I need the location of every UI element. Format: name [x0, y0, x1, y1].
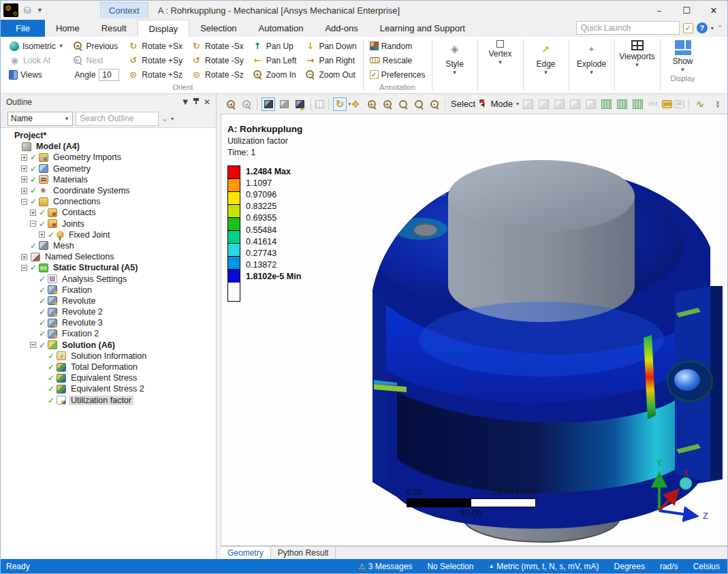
temperature-unit-status[interactable]: Celsius: [686, 562, 727, 571]
zoom-undo-icon[interactable]: ◂: [239, 97, 253, 111]
tree-item-analysis-settings[interactable]: ✓Analysis Settings: [1, 273, 216, 284]
tree-item-project[interactable]: Project*: [1, 130, 216, 141]
select-element-face-icon[interactable]: [615, 97, 629, 111]
tree-item-equivalent-stress-2[interactable]: ✓Equivalent Stress 2: [1, 383, 216, 394]
select-body-icon[interactable]: [584, 97, 597, 111]
tree-item-fixed-joint[interactable]: +✓Fixed Joint: [1, 229, 216, 240]
zoom-box-mode-icon[interactable]: +: [380, 97, 394, 111]
tree-item-revolute-3[interactable]: ✓Revolute 3: [1, 317, 216, 328]
name-filter-combo[interactable]: Name ▼: [7, 112, 73, 126]
zoom-fit-mode-icon[interactable]: [396, 97, 409, 111]
tab-automation[interactable]: Automation: [248, 20, 315, 37]
select-face-icon[interactable]: [568, 97, 582, 111]
expander-minus-icon[interactable]: −: [30, 221, 36, 227]
viewports-button[interactable]: Viewports▼: [618, 37, 657, 68]
feedback-icon[interactable]: ✓: [683, 23, 693, 33]
pan-up-button[interactable]: Pan Up: [249, 39, 300, 53]
mode-dropdown-icon[interactable]: ▾: [516, 101, 519, 107]
select-edge-icon[interactable]: [552, 97, 566, 111]
zoom-back-icon[interactable]: ◂: [223, 97, 237, 111]
outline-menu-dropdown-icon[interactable]: ▼: [179, 98, 191, 106]
save-icon[interactable]: ⛁: [24, 5, 31, 16]
angle-unit-status[interactable]: Degrees: [607, 562, 652, 571]
shaded-exterior-icon[interactable]: [262, 97, 275, 111]
vertex-button[interactable]: Vertex▼: [481, 37, 520, 65]
tab-file[interactable]: File: [1, 20, 45, 37]
tree-item-revolute[interactable]: ✓Revolute: [1, 296, 216, 306]
close-button[interactable]: ✕: [700, 1, 727, 20]
chevron-down-icon[interactable]: ▼: [452, 69, 458, 76]
explode-button[interactable]: Explode▼: [572, 37, 612, 76]
tab-result[interactable]: Result: [91, 20, 138, 37]
tree-item-static-structural-a5[interactable]: −✓Static Structural (A5): [1, 262, 216, 273]
chevron-down-icon[interactable]: ▼: [635, 62, 640, 68]
text-label-icon[interactable]: [674, 100, 684, 108]
tree-item-joints[interactable]: −✓Joints: [1, 219, 216, 229]
chevron-down-icon[interactable]: ▼: [543, 69, 549, 76]
pan-right-button[interactable]: Pan Right: [302, 53, 359, 67]
search-outline-input[interactable]: [76, 112, 159, 126]
collapse-ribbon-icon[interactable]: ⌃: [717, 24, 723, 33]
previous-button[interactable]: ◂Previous: [69, 39, 123, 53]
tree-item-utilization-factor[interactable]: ✓Utilization factor: [1, 395, 216, 406]
extend-selection-icon[interactable]: [521, 97, 535, 111]
rotate-sy-button[interactable]: Rotate +Sy: [125, 53, 185, 67]
viewport-tab-geometry[interactable]: Geometry: [221, 547, 271, 559]
help-icon[interactable]: ?: [697, 22, 708, 33]
pan-mode-icon[interactable]: [349, 97, 362, 111]
angle-input[interactable]: 10: [99, 69, 119, 81]
shaded-wireframe-icon[interactable]: [277, 97, 291, 111]
expander-plus-icon[interactable]: +: [30, 210, 36, 216]
expander-plus-icon[interactable]: +: [39, 232, 45, 238]
select-element-icon[interactable]: [631, 97, 644, 111]
edge-button[interactable]: Edge▼: [526, 37, 566, 76]
tree-item-total-deformation[interactable]: ✓Total Deformation: [1, 362, 216, 372]
search-dropdown-icon[interactable]: ▾: [171, 116, 174, 122]
select-label[interactable]: Select: [451, 99, 475, 109]
tree-item-coordinate-systems[interactable]: +✓Coordinate Systems: [1, 185, 216, 196]
pan-left-button[interactable]: Pan Left: [249, 53, 300, 67]
tree-item-equivalent-stress[interactable]: ✓Equivalent Stress: [1, 372, 216, 383]
pan-down-button[interactable]: Pan Down: [302, 39, 359, 53]
search-expand-icon[interactable]: ⌄: [161, 114, 168, 123]
expander-plus-icon[interactable]: +: [21, 176, 27, 182]
tree-item-model-a4[interactable]: Model (A4): [1, 141, 216, 152]
mode-label[interactable]: Mode: [490, 99, 513, 109]
tree-item-mesh[interactable]: ✓Mesh: [1, 240, 216, 251]
coordinate-probe-icon[interactable]: [646, 97, 660, 111]
style-button[interactable]: Style▼: [435, 37, 475, 76]
quick-access-dropdown-icon[interactable]: ▼: [37, 7, 43, 14]
chevron-down-icon[interactable]: ▼: [680, 67, 686, 73]
tree-item-solution-a6[interactable]: −✓Solution (A6): [1, 340, 216, 351]
tree-item-fixation-2[interactable]: ✓Fixation 2: [1, 328, 216, 339]
chevron-down-icon[interactable]: ▼: [498, 59, 503, 65]
rescale-button[interactable]: Rescale: [367, 53, 428, 67]
rotate-sz-button[interactable]: Rotate +Sz: [125, 67, 185, 82]
toolbar-chevrons-icon[interactable]: [711, 97, 725, 111]
viewport-tab-python-result[interactable]: Python Result: [271, 547, 336, 559]
expander-plus-icon[interactable]: +: [21, 155, 27, 161]
expander-minus-icon[interactable]: −: [21, 265, 27, 271]
rotate-sz-button[interactable]: Rotate -Sz: [188, 67, 247, 82]
tree-item-solution-information[interactable]: ✓Solution Information: [1, 351, 216, 362]
zoom-in-button[interactable]: +Zoom In: [249, 67, 300, 82]
tab-home[interactable]: Home: [45, 20, 91, 37]
zoom-out-button[interactable]: −Zoom Out: [302, 67, 359, 82]
tab-display[interactable]: Display: [138, 20, 190, 37]
zoom-selection-mode-icon[interactable]: [411, 97, 425, 111]
messages-button[interactable]: ⚠ 3 Messages: [351, 562, 420, 571]
maximize-button[interactable]: ☐: [673, 1, 700, 20]
quick-launch-input[interactable]: [576, 21, 680, 35]
tree-item-materials[interactable]: +✓Materials: [1, 174, 216, 185]
expander-plus-icon[interactable]: +: [21, 188, 27, 194]
orientation-triad[interactable]: Y Z X: [637, 448, 708, 526]
show-button[interactable]: Show▼: [663, 37, 703, 73]
tree-item-connections[interactable]: −✓Connections: [1, 196, 216, 207]
tree-item-geometry-imports[interactable]: +✓Geometry Imports: [1, 152, 216, 163]
rotate-sx-button[interactable]: Rotate -Sx: [188, 39, 247, 53]
expander-minus-icon[interactable]: −: [21, 199, 27, 205]
pin-icon[interactable]: [191, 97, 201, 107]
zoom-in-mode-icon[interactable]: +: [364, 97, 378, 111]
tree-item-geometry[interactable]: +✓Geometry: [1, 163, 216, 174]
expander-minus-icon[interactable]: −: [30, 342, 36, 348]
